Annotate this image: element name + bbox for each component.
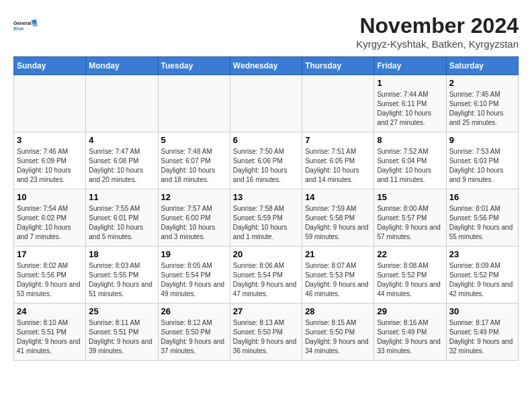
- weekday-header: Saturday: [446, 57, 518, 75]
- day-info: Sunrise: 8:16 AM Sunset: 5:49 PM Dayligh…: [377, 318, 443, 356]
- calendar-cell: [302, 75, 374, 132]
- calendar-cell: 24Sunrise: 8:10 AM Sunset: 5:51 PM Dayli…: [14, 304, 86, 361]
- calendar-cell: 27Sunrise: 8:13 AM Sunset: 5:50 PM Dayli…: [230, 304, 302, 361]
- title-area: November 2024 Kyrgyz-Kyshtak, Batken, Ky…: [356, 13, 519, 50]
- calendar-cell: 4Sunrise: 7:47 AM Sunset: 6:08 PM Daylig…: [86, 132, 158, 189]
- logo: GeneralBlue: [13, 13, 38, 38]
- weekday-row: SundayMondayTuesdayWednesdayThursdayFrid…: [14, 57, 519, 75]
- day-info: Sunrise: 8:06 AM Sunset: 5:54 PM Dayligh…: [233, 261, 299, 299]
- day-info: Sunrise: 7:47 AM Sunset: 6:08 PM Dayligh…: [89, 147, 154, 185]
- day-number: 16: [449, 192, 515, 202]
- day-info: Sunrise: 8:12 AM Sunset: 5:50 PM Dayligh…: [161, 318, 227, 356]
- day-number: 17: [17, 249, 83, 259]
- calendar-cell: 28Sunrise: 8:15 AM Sunset: 5:50 PM Dayli…: [302, 304, 374, 361]
- day-number: 24: [17, 306, 83, 316]
- day-number: 20: [233, 249, 299, 259]
- day-info: Sunrise: 8:07 AM Sunset: 5:53 PM Dayligh…: [305, 261, 371, 299]
- calendar-cell: 29Sunrise: 8:16 AM Sunset: 5:49 PM Dayli…: [374, 304, 446, 361]
- day-number: 18: [89, 249, 154, 259]
- calendar-week-row: 17Sunrise: 8:02 AM Sunset: 5:56 PM Dayli…: [14, 246, 519, 304]
- calendar-cell: 13Sunrise: 7:58 AM Sunset: 5:59 PM Dayli…: [230, 189, 302, 246]
- calendar-cell: 19Sunrise: 8:05 AM Sunset: 5:54 PM Dayli…: [158, 246, 230, 304]
- day-number: 21: [305, 249, 371, 259]
- calendar-cell: 25Sunrise: 8:11 AM Sunset: 5:51 PM Dayli…: [86, 304, 158, 361]
- day-number: 26: [161, 306, 227, 316]
- day-info: Sunrise: 8:00 AM Sunset: 5:57 PM Dayligh…: [377, 204, 443, 242]
- day-number: 1: [377, 78, 443, 88]
- day-info: Sunrise: 8:03 AM Sunset: 5:55 PM Dayligh…: [89, 261, 154, 299]
- day-info: Sunrise: 8:08 AM Sunset: 5:52 PM Dayligh…: [377, 261, 443, 299]
- calendar-cell: 9Sunrise: 7:53 AM Sunset: 6:03 PM Daylig…: [446, 132, 518, 189]
- day-number: 11: [89, 192, 154, 202]
- day-info: Sunrise: 7:52 AM Sunset: 6:04 PM Dayligh…: [377, 147, 443, 185]
- day-number: 3: [17, 135, 83, 145]
- calendar-cell: [14, 75, 86, 132]
- day-info: Sunrise: 8:10 AM Sunset: 5:51 PM Dayligh…: [17, 318, 83, 356]
- day-number: 9: [449, 135, 515, 145]
- calendar-cell: 12Sunrise: 7:57 AM Sunset: 6:00 PM Dayli…: [158, 189, 230, 246]
- calendar-cell: 30Sunrise: 8:17 AM Sunset: 5:49 PM Dayli…: [446, 304, 518, 361]
- weekday-header: Thursday: [302, 57, 374, 75]
- weekday-header: Sunday: [14, 57, 86, 75]
- weekday-header: Wednesday: [230, 57, 302, 75]
- calendar-cell: 7Sunrise: 7:51 AM Sunset: 6:05 PM Daylig…: [302, 132, 374, 189]
- logo-icon: GeneralBlue: [13, 13, 38, 38]
- day-info: Sunrise: 8:15 AM Sunset: 5:50 PM Dayligh…: [305, 318, 371, 356]
- calendar-table: SundayMondayTuesdayWednesdayThursdayFrid…: [13, 56, 519, 361]
- day-number: 10: [17, 192, 83, 202]
- day-number: 5: [161, 135, 227, 145]
- day-number: 14: [305, 192, 371, 202]
- day-number: 7: [305, 135, 371, 145]
- day-info: Sunrise: 7:44 AM Sunset: 6:11 PM Dayligh…: [377, 90, 443, 128]
- calendar-cell: [230, 75, 302, 132]
- day-number: 27: [233, 306, 299, 316]
- day-number: 2: [449, 78, 515, 88]
- day-info: Sunrise: 7:54 AM Sunset: 6:02 PM Dayligh…: [17, 204, 83, 242]
- day-number: 13: [233, 192, 299, 202]
- calendar-cell: 18Sunrise: 8:03 AM Sunset: 5:55 PM Dayli…: [86, 246, 158, 304]
- day-number: 6: [233, 135, 299, 145]
- day-info: Sunrise: 8:01 AM Sunset: 5:56 PM Dayligh…: [449, 204, 515, 242]
- day-info: Sunrise: 7:48 AM Sunset: 6:07 PM Dayligh…: [161, 147, 227, 185]
- day-number: 23: [449, 249, 515, 259]
- calendar-week-row: 1Sunrise: 7:44 AM Sunset: 6:11 PM Daylig…: [14, 75, 519, 132]
- calendar-header: SundayMondayTuesdayWednesdayThursdayFrid…: [14, 57, 519, 75]
- svg-text:General: General: [13, 20, 32, 26]
- calendar-cell: [158, 75, 230, 132]
- day-info: Sunrise: 8:17 AM Sunset: 5:49 PM Dayligh…: [449, 318, 515, 356]
- day-info: Sunrise: 8:13 AM Sunset: 5:50 PM Dayligh…: [233, 318, 299, 356]
- day-info: Sunrise: 7:50 AM Sunset: 6:06 PM Dayligh…: [233, 147, 299, 185]
- day-info: Sunrise: 7:59 AM Sunset: 5:58 PM Dayligh…: [305, 204, 371, 242]
- calendar-week-row: 10Sunrise: 7:54 AM Sunset: 6:02 PM Dayli…: [14, 189, 519, 246]
- day-info: Sunrise: 7:51 AM Sunset: 6:05 PM Dayligh…: [305, 147, 371, 185]
- calendar-week-row: 3Sunrise: 7:46 AM Sunset: 6:09 PM Daylig…: [14, 132, 519, 189]
- calendar-cell: 6Sunrise: 7:50 AM Sunset: 6:06 PM Daylig…: [230, 132, 302, 189]
- calendar-body: 1Sunrise: 7:44 AM Sunset: 6:11 PM Daylig…: [14, 75, 519, 361]
- weekday-header: Monday: [86, 57, 158, 75]
- day-info: Sunrise: 7:45 AM Sunset: 6:10 PM Dayligh…: [449, 90, 515, 128]
- calendar-cell: 5Sunrise: 7:48 AM Sunset: 6:07 PM Daylig…: [158, 132, 230, 189]
- day-info: Sunrise: 7:57 AM Sunset: 6:00 PM Dayligh…: [161, 204, 227, 242]
- calendar-cell: 11Sunrise: 7:55 AM Sunset: 6:01 PM Dayli…: [86, 189, 158, 246]
- day-info: Sunrise: 8:02 AM Sunset: 5:56 PM Dayligh…: [17, 261, 83, 299]
- calendar-cell: 8Sunrise: 7:52 AM Sunset: 6:04 PM Daylig…: [374, 132, 446, 189]
- day-number: 15: [377, 192, 443, 202]
- calendar-cell: 26Sunrise: 8:12 AM Sunset: 5:50 PM Dayli…: [158, 304, 230, 361]
- header: GeneralBlue November 2024 Kyrgyz-Kyshtak…: [13, 13, 519, 50]
- location: Kyrgyz-Kyshtak, Batken, Kyrgyzstan: [356, 38, 519, 50]
- weekday-header: Friday: [374, 57, 446, 75]
- calendar-cell: 22Sunrise: 8:08 AM Sunset: 5:52 PM Dayli…: [374, 246, 446, 304]
- day-number: 22: [377, 249, 443, 259]
- weekday-header: Tuesday: [158, 57, 230, 75]
- day-number: 28: [305, 306, 371, 316]
- calendar-cell: [86, 75, 158, 132]
- calendar-cell: 10Sunrise: 7:54 AM Sunset: 6:02 PM Dayli…: [14, 189, 86, 246]
- day-number: 12: [161, 192, 227, 202]
- day-number: 29: [377, 306, 443, 316]
- day-number: 25: [89, 306, 154, 316]
- day-info: Sunrise: 7:55 AM Sunset: 6:01 PM Dayligh…: [89, 204, 154, 242]
- calendar-cell: 3Sunrise: 7:46 AM Sunset: 6:09 PM Daylig…: [14, 132, 86, 189]
- calendar-cell: 21Sunrise: 8:07 AM Sunset: 5:53 PM Dayli…: [302, 246, 374, 304]
- day-info: Sunrise: 7:46 AM Sunset: 6:09 PM Dayligh…: [17, 147, 83, 185]
- calendar-cell: 20Sunrise: 8:06 AM Sunset: 5:54 PM Dayli…: [230, 246, 302, 304]
